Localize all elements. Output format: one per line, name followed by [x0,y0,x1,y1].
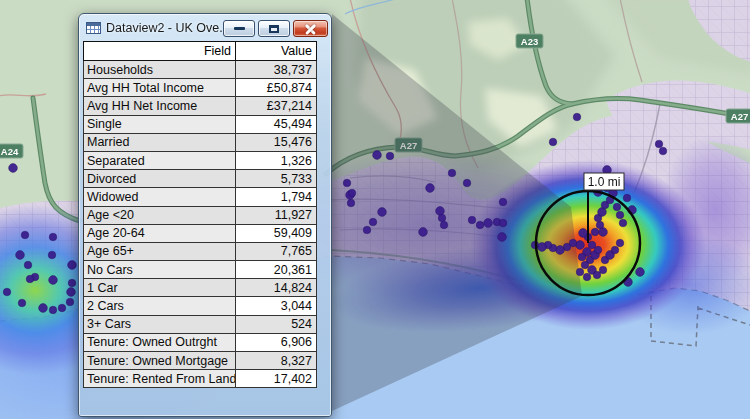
value-cell[interactable]: 7,765 [236,242,317,260]
field-cell[interactable]: Separated [84,151,236,169]
table-row[interactable]: Tenure: Owned Mortgage8,327 [84,352,317,370]
field-cell[interactable]: Age 20-64 [84,224,236,242]
table-row[interactable]: 3+ Cars524 [84,315,317,333]
value-cell[interactable]: 20,361 [236,261,317,279]
value-cell[interactable]: 8,327 [236,352,317,370]
field-cell[interactable]: 2 Cars [84,297,236,315]
map-data-point [549,138,557,146]
table-row[interactable]: Tenure: Owned Outrght6,906 [84,333,317,351]
field-cell[interactable]: Single [84,115,236,133]
field-cell[interactable]: Avg HH Total Income [84,79,236,97]
field-cell[interactable]: Tenure: Owned Mortgage [84,352,236,370]
scale-label: 1.0 mi [588,175,621,189]
value-cell[interactable]: 14,824 [236,279,317,297]
field-cell[interactable]: No Cars [84,261,236,279]
table-row[interactable]: Divorced5,733 [84,170,317,188]
table-row[interactable]: Separated1,326 [84,151,317,169]
table-row[interactable]: 1 Car14,824 [84,279,317,297]
map-data-point [426,184,435,193]
map-data-point [68,279,76,287]
minimize-button[interactable] [223,20,255,37]
map-data-point [579,229,588,238]
map-data-point [438,214,446,222]
svg-text:A24: A24 [1,146,19,157]
table-row[interactable]: Married15,476 [84,133,317,151]
map-data-point [419,228,428,237]
map-data-point [440,221,448,229]
table-row[interactable]: No Cars20,361 [84,261,317,279]
map-data-point [348,189,356,197]
field-cell[interactable]: Widowed [84,188,236,206]
value-cell[interactable]: £50,874 [236,79,317,97]
value-cell[interactable]: 6,906 [236,333,317,351]
map-data-point [386,152,394,160]
value-cell[interactable]: 45,494 [236,115,317,133]
value-cell[interactable]: 15,476 [236,133,317,151]
close-button[interactable] [293,20,328,37]
table-row[interactable]: Tenure: Rented From Landl17,402 [84,370,317,388]
table-row[interactable]: 2 Cars3,044 [84,297,317,315]
value-cell[interactable]: 3,044 [236,297,317,315]
column-header-value[interactable]: Value [236,42,317,61]
field-cell[interactable]: Tenure: Owned Outrght [84,333,236,351]
table-row[interactable]: Single45,494 [84,115,317,133]
value-cell[interactable]: 17,402 [236,370,317,388]
road-badge-a27: A27 [726,109,750,123]
table-row[interactable]: Avg HH Net Income£37,214 [84,97,317,115]
field-cell[interactable]: Married [84,133,236,151]
map-data-point [623,194,631,202]
minimize-icon [234,27,245,30]
value-cell[interactable]: 38,737 [236,61,317,79]
map-data-point [581,261,589,269]
map-data-point [583,273,591,281]
field-cell[interactable]: Age 65+ [84,242,236,260]
value-cell[interactable]: £37,214 [236,97,317,115]
map-data-point [39,304,48,313]
map-data-point [619,219,627,227]
field-cell[interactable]: Age <20 [84,206,236,224]
application-screen: A23A27A27A24 1.0 mi Dataview2 - UK Ove..… [0,0,750,419]
map-data-point [3,288,11,296]
map-data-point [498,233,507,242]
map-data-point [468,216,476,224]
map-data-point [9,164,18,173]
map-data-point [594,246,602,254]
map-data-point [347,199,355,207]
table-row[interactable]: Age 65+7,765 [84,242,317,260]
svg-text:A27: A27 [731,111,748,122]
map-data-point [68,261,77,270]
map-data-point [378,208,387,217]
table-row[interactable]: Age 20-6459,409 [84,224,317,242]
field-cell[interactable]: 3+ Cars [84,315,236,333]
map-data-point [49,233,57,241]
column-header-field[interactable]: Field [84,42,236,61]
map-data-point [499,219,507,227]
field-cell[interactable]: Avg HH Net Income [84,97,236,115]
dataview-window[interactable]: Dataview2 - UK Ove... Field Value Househ… [78,13,332,417]
table-row[interactable]: Households38,737 [84,61,317,79]
value-cell[interactable]: 5,733 [236,170,317,188]
field-cell[interactable]: Tenure: Rented From Landl [84,370,236,388]
table-row[interactable]: Age <2011,927 [84,206,317,224]
field-cell[interactable]: Households [84,61,236,79]
value-cell[interactable]: 524 [236,315,317,333]
field-cell[interactable]: 1 Car [84,279,236,297]
value-cell[interactable]: 1,794 [236,188,317,206]
field-cell[interactable]: Divorced [84,170,236,188]
map-data-point [616,211,624,219]
value-cell[interactable]: 11,927 [236,206,317,224]
value-cell[interactable]: 1,326 [236,151,317,169]
map-data-point [49,276,58,285]
table-row[interactable]: Widowed1,794 [84,188,317,206]
map-data-point [21,231,29,239]
table-row[interactable]: Avg HH Total Income£50,874 [84,79,317,97]
value-cell[interactable]: 59,409 [236,224,317,242]
map-data-point [343,179,351,187]
close-icon [304,23,317,34]
window-titlebar[interactable]: Dataview2 - UK Ove... [79,14,331,40]
map-data-point [611,246,619,254]
maximize-button[interactable] [258,20,290,37]
map-data-point [596,221,604,229]
map-data-point [16,251,25,260]
maximize-icon [269,25,279,33]
